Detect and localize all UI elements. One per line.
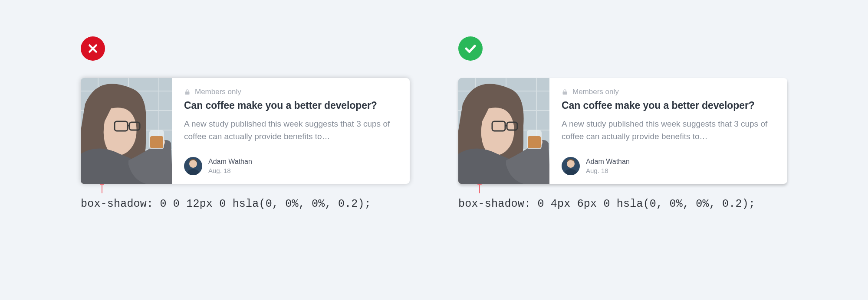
- author-avatar: [184, 157, 202, 175]
- author-name: Adam Wathan: [586, 157, 630, 166]
- article-card: Members only Can coffee make you a bette…: [81, 78, 410, 184]
- members-badge: Members only: [562, 88, 775, 96]
- card-body: Members only Can coffee make you a bette…: [172, 78, 410, 184]
- code-snippet: box-shadow: 0 0 12px 0 hsla(0, 0%, 0%, 0…: [81, 198, 371, 210]
- annotation-pointer-icon: [479, 184, 480, 193]
- members-label: Members only: [572, 88, 619, 96]
- publish-date: Aug. 18: [586, 167, 630, 175]
- cross-icon: [87, 43, 99, 54]
- card-thumbnail: [81, 78, 172, 184]
- author-avatar: [562, 157, 580, 175]
- card-title: Can coffee make you a better developer?: [562, 100, 775, 111]
- check-icon: [464, 42, 477, 55]
- card-meta: Adam Wathan Aug. 18: [184, 153, 398, 175]
- example-do: Members only Can coffee make you a bette…: [458, 36, 787, 210]
- lock-icon: [184, 88, 191, 96]
- status-badge-do: [458, 36, 483, 61]
- svg-rect-33: [528, 136, 541, 148]
- svg-point-35: [567, 160, 575, 168]
- card-body: Members only Can coffee make you a bette…: [549, 78, 787, 184]
- members-label: Members only: [195, 88, 241, 96]
- card-excerpt: A new study published this week suggests…: [184, 117, 398, 143]
- svg-point-17: [189, 160, 197, 168]
- card-meta: Adam Wathan Aug. 18: [562, 153, 775, 175]
- author-name: Adam Wathan: [208, 157, 252, 166]
- lock-icon: [562, 88, 568, 96]
- card-excerpt: A new study published this week suggests…: [562, 117, 775, 143]
- members-badge: Members only: [184, 88, 398, 96]
- code-snippet: box-shadow: 0 4px 6px 0 hsla(0, 0%, 0%, …: [458, 198, 755, 210]
- annotation-pointer-icon: [102, 184, 102, 193]
- article-card: Members only Can coffee make you a bette…: [458, 78, 787, 184]
- status-badge-dont: [81, 36, 105, 61]
- publish-date: Aug. 18: [208, 167, 252, 175]
- example-dont: Members only Can coffee make you a bette…: [81, 36, 410, 210]
- card-title: Can coffee make you a better developer?: [184, 100, 398, 111]
- svg-rect-15: [150, 136, 163, 148]
- card-thumbnail: [458, 78, 549, 184]
